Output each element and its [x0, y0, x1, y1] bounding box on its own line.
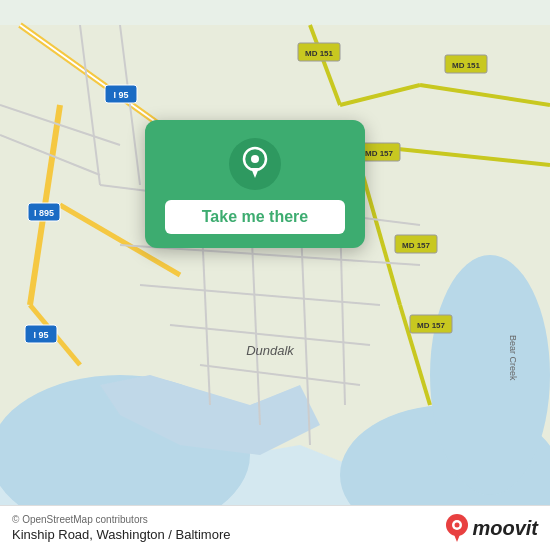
- svg-text:MD 151: MD 151: [452, 61, 481, 70]
- svg-text:I 95: I 95: [33, 330, 48, 340]
- svg-text:MD 157: MD 157: [365, 149, 394, 158]
- svg-point-50: [229, 138, 281, 190]
- svg-text:I 895: I 895: [34, 208, 54, 218]
- bottom-bar: © OpenStreetMap contributors Kinship Roa…: [0, 505, 550, 550]
- svg-marker-55: [453, 532, 461, 542]
- take-me-there-button[interactable]: Take me there: [165, 200, 345, 234]
- svg-text:MD 151: MD 151: [305, 49, 334, 58]
- map-pin-icon: [229, 138, 281, 190]
- moovit-text: moovit: [472, 517, 538, 540]
- svg-text:MD 157: MD 157: [402, 241, 431, 250]
- map-attribution: © OpenStreetMap contributors: [12, 514, 230, 525]
- svg-point-52: [251, 155, 259, 163]
- location-label: Kinship Road, Washington / Baltimore: [12, 527, 230, 542]
- svg-text:I 95: I 95: [113, 90, 128, 100]
- moovit-logo: moovit: [446, 514, 538, 542]
- map-container: Bear Creek: [0, 0, 550, 550]
- popup-card: Take me there: [145, 120, 365, 248]
- map-background: Bear Creek: [0, 0, 550, 550]
- svg-text:Dundalk: Dundalk: [246, 343, 295, 358]
- svg-text:Bear Creek: Bear Creek: [508, 335, 518, 381]
- moovit-pin-icon: [446, 514, 468, 542]
- svg-point-7: [430, 255, 550, 495]
- svg-text:MD 157: MD 157: [417, 321, 446, 330]
- svg-point-57: [455, 523, 460, 528]
